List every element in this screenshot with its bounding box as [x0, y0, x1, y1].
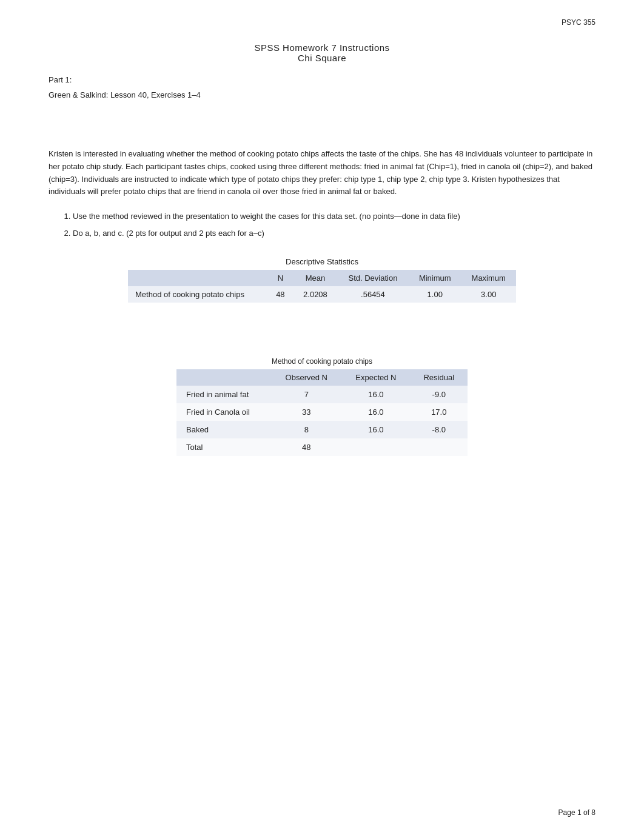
chi-row-residual-1: -9.0 — [411, 386, 468, 403]
chi-row-observed-3: 8 — [271, 421, 341, 438]
chi-col-label — [176, 369, 271, 386]
chi-row-expected-3: 16.0 — [341, 421, 410, 438]
page-title: SPSS Homework 7 Instructions Chi Square — [49, 42, 595, 63]
chi-col-residual: Residual — [411, 369, 468, 386]
stats-col-n: N — [267, 270, 293, 286]
chi-square-section: Method of cooking potato chips Observed … — [176, 357, 468, 456]
instruction-item-2: Do a, b, and c. (2 pts for output and 2 … — [73, 227, 595, 240]
stats-col-label — [128, 270, 267, 286]
instruction-item-1: Use the method reviewed in the presentat… — [73, 210, 595, 223]
descriptive-stats-title: Descriptive Statistics — [128, 257, 516, 266]
chi-row-3: Baked 8 16.0 -8.0 — [176, 421, 468, 438]
stats-table-header-row: N Mean Std. Deviation Minimum Maximum — [128, 270, 516, 286]
stats-row-mean: 2.0208 — [293, 286, 337, 303]
chi-row-residual-2: 17.0 — [411, 403, 468, 421]
chi-row-2: Fried in Canola oil 33 16.0 17.0 — [176, 403, 468, 421]
page: PSYC 355 SPSS Homework 7 Instructions Ch… — [0, 0, 644, 835]
chi-row-label-3: Baked — [176, 421, 271, 438]
stats-table-row: Method of cooking potato chips 48 2.0208… — [128, 286, 516, 303]
body-text: Kristen is interested in evaluating whet… — [49, 148, 595, 198]
stats-col-std: Std. Deviation — [337, 270, 409, 286]
chi-row-expected-2: 16.0 — [341, 403, 410, 421]
chi-row-label-1: Fried in animal fat — [176, 386, 271, 403]
title-line2: Chi Square — [49, 53, 595, 63]
stats-row-n: 48 — [267, 286, 293, 303]
part-label: Part 1: — [49, 75, 595, 84]
instructions-list: Use the method reviewed in the presentat… — [73, 210, 595, 239]
stats-col-min: Minimum — [409, 270, 461, 286]
stats-row-max: 3.00 — [461, 286, 516, 303]
stats-col-mean: Mean — [293, 270, 337, 286]
title-line1: SPSS Homework 7 Instructions — [49, 42, 595, 53]
chi-row-total: Total 48 — [176, 438, 468, 456]
chi-table-title: Method of cooking potato chips — [176, 357, 468, 366]
stats-row-label: Method of cooking potato chips — [128, 286, 267, 303]
chi-row-observed-1: 7 — [271, 386, 341, 403]
chi-col-expected: Expected N — [341, 369, 410, 386]
chi-header-row: Observed N Expected N Residual — [176, 369, 468, 386]
descriptive-stats-table: N Mean Std. Deviation Minimum Maximum Me… — [128, 270, 516, 303]
stats-row-min: 1.00 — [409, 286, 461, 303]
subtitle: Green & Salkind: Lesson 40, Exercises 1–… — [49, 90, 595, 99]
chi-row-label-total: Total — [176, 438, 271, 456]
chi-row-residual-total — [411, 438, 468, 456]
page-number: Page 1 of 8 — [558, 808, 595, 817]
chi-row-1: Fried in animal fat 7 16.0 -9.0 — [176, 386, 468, 403]
chi-row-observed-2: 33 — [271, 403, 341, 421]
chi-row-expected-total — [341, 438, 410, 456]
chi-row-residual-3: -8.0 — [411, 421, 468, 438]
stats-row-std: .56454 — [337, 286, 409, 303]
course-label: PSYC 355 — [562, 18, 595, 27]
chi-square-table: Observed N Expected N Residual Fried in … — [176, 369, 468, 456]
chi-row-observed-total: 48 — [271, 438, 341, 456]
chi-row-expected-1: 16.0 — [341, 386, 410, 403]
descriptive-stats-section: Descriptive Statistics N Mean Std. Devia… — [128, 257, 516, 303]
chi-col-observed: Observed N — [271, 369, 341, 386]
chi-row-label-2: Fried in Canola oil — [176, 403, 271, 421]
stats-col-max: Maximum — [461, 270, 516, 286]
